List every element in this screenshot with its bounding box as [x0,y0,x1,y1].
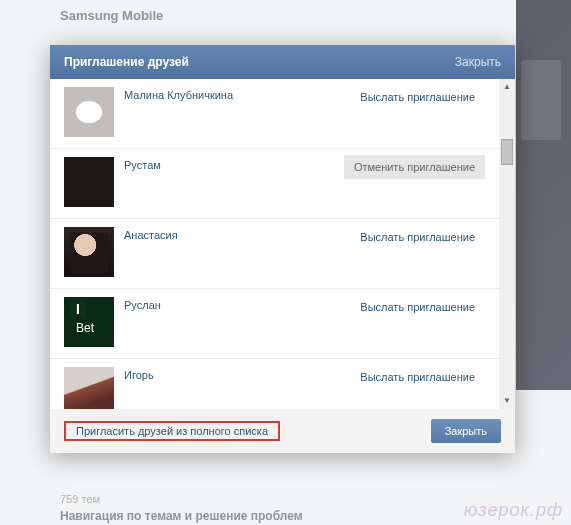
avatar[interactable] [64,367,114,409]
scrollbar-thumb[interactable] [501,139,513,165]
side-banner [516,0,571,390]
send-invite-button[interactable]: Выслать приглашение [350,225,485,249]
friend-name-link[interactable]: Малина Клубничкина [124,87,350,101]
send-invite-button[interactable]: Выслать приглашение [350,365,485,389]
friend-row: АнастасияВыслать приглашение [50,219,499,289]
avatar[interactable] [64,297,114,347]
watermark: юзерок.рф [464,500,563,521]
invite-friends-modal: Приглашение друзей Закрыть Малина Клубни… [50,45,515,453]
close-button[interactable]: Закрыть [431,419,501,443]
modal-body: Малина КлубничкинаВыслать приглашениеРус… [50,79,515,409]
friend-row: ИгорьВыслать приглашение [50,359,499,409]
cancel-invite-button[interactable]: Отменить приглашение [344,155,485,179]
friend-name-link[interactable]: Руслан [124,297,350,311]
modal-title: Приглашение друзей [64,55,189,69]
scrollbar[interactable]: ▲ ▼ [499,79,515,409]
send-invite-button[interactable]: Выслать приглашение [350,85,485,109]
nav-heading: Навигация по темам и решение проблем [60,509,303,523]
modal-footer: Пригласить друзей из полного списка Закр… [50,409,515,453]
friend-name-link[interactable]: Рустам [124,157,344,171]
invite-from-full-list-link[interactable]: Пригласить друзей из полного списка [70,421,274,441]
friend-row: РустамОтменить приглашение [50,149,499,219]
avatar[interactable] [64,227,114,277]
avatar[interactable] [64,157,114,207]
send-invite-button[interactable]: Выслать приглашение [350,295,485,319]
scroll-up-arrow-icon[interactable]: ▲ [501,81,513,93]
friend-row: РусланВыслать приглашение [50,289,499,359]
friends-list: Малина КлубничкинаВыслать приглашениеРус… [50,79,499,409]
topics-count: 759 тем [60,493,100,505]
group-title: Samsung Mobile [60,8,163,23]
scroll-down-arrow-icon[interactable]: ▼ [501,395,513,407]
invite-all-highlight: Пригласить друзей из полного списка [64,421,280,441]
modal-close-link[interactable]: Закрыть [455,55,501,69]
avatar[interactable] [64,87,114,137]
friend-name-link[interactable]: Игорь [124,367,350,381]
friend-row: Малина КлубничкинаВыслать приглашение [50,79,499,149]
friend-name-link[interactable]: Анастасия [124,227,350,241]
modal-header: Приглашение друзей Закрыть [50,45,515,79]
